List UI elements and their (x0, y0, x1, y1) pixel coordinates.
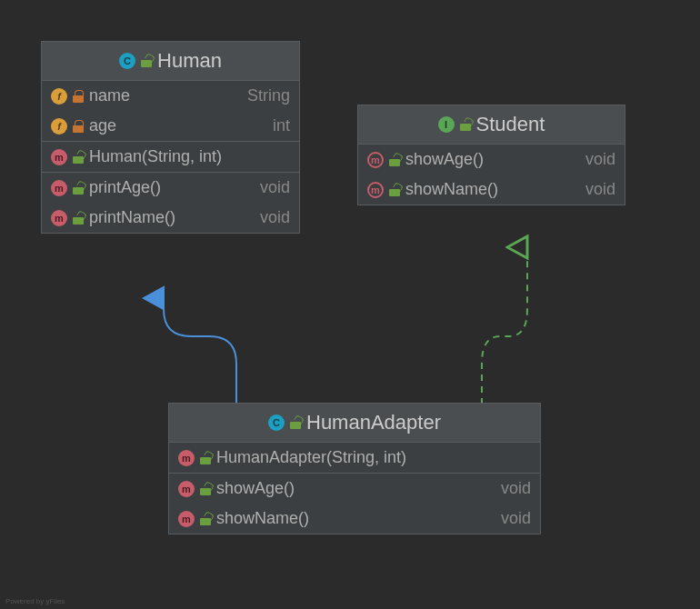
class-icon (119, 53, 135, 69)
public-icon (200, 513, 211, 525)
public-icon (389, 154, 400, 166)
abstract-method-icon (367, 182, 384, 198)
method-row[interactable]: showName() void (169, 504, 540, 534)
public-icon (389, 184, 400, 196)
field-icon (51, 88, 67, 105)
field-type: int (273, 116, 290, 135)
abstract-method-icon (367, 152, 384, 168)
method-ret: void (260, 208, 290, 227)
method-row[interactable]: printAge() void (42, 173, 299, 203)
field-name: age (89, 116, 267, 135)
method-icon (178, 511, 195, 527)
interface-icon (438, 116, 455, 133)
field-icon (51, 118, 67, 135)
method-ret: void (585, 150, 615, 169)
method-icon (178, 481, 195, 497)
method-sig: showName() (405, 180, 580, 199)
methods-section: showAge() void showName() void (169, 474, 540, 534)
public-icon (200, 483, 211, 495)
method-sig: printAge() (89, 178, 255, 197)
constructors-section: HumanAdapter(String, int) (169, 443, 540, 474)
method-sig: showAge() (405, 150, 580, 169)
constructor-sig: HumanAdapter(String, int) (216, 448, 531, 467)
public-icon (73, 182, 84, 195)
relation-extends (164, 298, 236, 404)
class-box-human[interactable]: Human name String age int Human(String, … (41, 41, 300, 234)
public-icon (73, 212, 84, 225)
field-name: name (89, 86, 242, 105)
fields-section: name String age int (42, 81, 299, 142)
public-icon (200, 452, 211, 464)
method-icon (51, 149, 67, 165)
method-row[interactable]: printName() void (42, 203, 299, 233)
class-box-humanadapter[interactable]: HumanAdapter HumanAdapter(String, int) s… (168, 403, 541, 534)
method-row[interactable]: showAge() void (169, 474, 540, 504)
public-icon (141, 55, 152, 67)
field-type: String (247, 86, 290, 105)
field-row[interactable]: age int (42, 111, 299, 141)
method-sig: printName() (89, 208, 255, 227)
method-icon (51, 210, 67, 226)
method-row[interactable]: showAge() void (358, 145, 625, 175)
constructor-sig: Human(String, int) (89, 147, 290, 166)
class-name: Student (476, 113, 545, 136)
interface-box-student[interactable]: Student showAge() void showName() void (357, 105, 625, 205)
class-name: Human (157, 49, 222, 73)
constructor-row[interactable]: HumanAdapter(String, int) (169, 443, 540, 473)
class-icon (268, 414, 285, 431)
footer-credit: Powered by yFiles (5, 597, 65, 605)
constructors-section: Human(String, int) (42, 142, 299, 173)
public-icon (290, 416, 301, 429)
method-ret: void (501, 509, 531, 528)
class-name: HumanAdapter (306, 411, 441, 434)
field-row[interactable]: name String (42, 81, 299, 111)
method-sig: showName() (216, 509, 495, 528)
constructor-row[interactable]: Human(String, int) (42, 142, 299, 172)
public-icon (460, 118, 471, 131)
class-header: Human (42, 42, 299, 81)
method-ret: void (501, 479, 531, 498)
method-ret: void (260, 178, 290, 197)
method-icon (178, 450, 195, 466)
private-icon (73, 90, 84, 103)
private-icon (73, 120, 84, 133)
public-icon (73, 151, 84, 164)
method-icon (51, 180, 67, 196)
method-ret: void (585, 180, 615, 199)
method-sig: showAge() (216, 479, 495, 498)
class-header: HumanAdapter (169, 404, 540, 443)
methods-section: printAge() void printName() void (42, 173, 299, 233)
methods-section: showAge() void showName() void (358, 145, 625, 205)
method-row[interactable]: showName() void (358, 175, 625, 205)
class-header: Student (358, 105, 625, 145)
relation-implements (482, 247, 527, 404)
